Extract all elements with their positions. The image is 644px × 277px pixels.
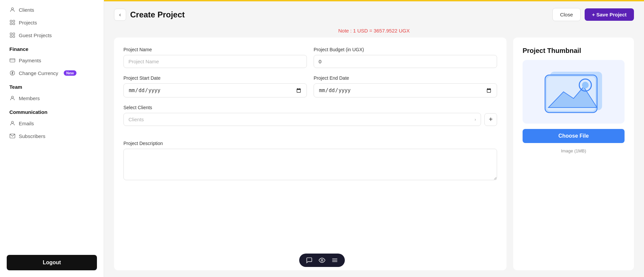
currency-note: Note : 1 USD = 3657.9522 UGX	[104, 28, 644, 38]
end-date-input[interactable]	[314, 83, 497, 97]
thumbnail-card: Project Thumbnail	[513, 38, 634, 270]
header-actions: Close + Save Project	[552, 8, 634, 21]
end-date-group: Project End Date	[314, 75, 497, 97]
svg-rect-6	[13, 33, 15, 34]
sidebar-item-label: Clients	[19, 7, 34, 13]
sidebar-item-projects[interactable]: Projects	[0, 16, 104, 29]
project-name-label: Project Name	[123, 47, 307, 52]
svg-point-13	[11, 121, 13, 123]
start-date-input[interactable]	[123, 83, 307, 97]
svg-point-21	[582, 82, 589, 88]
grid-icon	[9, 19, 15, 25]
dates-row: Project Start Date Project End Date	[123, 75, 497, 97]
sidebar: Clients Projects Guest Projects Finance …	[0, 0, 104, 277]
project-budget-input[interactable]	[314, 55, 497, 68]
sidebar-nav: Clients Projects Guest Projects Finance …	[0, 0, 104, 250]
sidebar-item-label: Members	[19, 95, 40, 101]
person-icon	[9, 120, 15, 126]
add-client-button[interactable]: +	[484, 113, 497, 126]
svg-rect-2	[13, 20, 15, 22]
clients-placeholder: Clients	[128, 117, 144, 122]
clients-select[interactable]: Clients ›	[123, 113, 481, 126]
end-date-label: Project End Date	[314, 75, 497, 81]
start-date-label: Project Start Date	[123, 75, 307, 81]
thumbnail-image-area	[523, 60, 625, 124]
header-left: ‹ Create Project	[114, 9, 185, 21]
toolbar-menu-button[interactable]	[331, 257, 338, 264]
choose-file-button[interactable]: Choose File	[523, 129, 625, 143]
new-badge: New	[64, 70, 77, 76]
finance-section-label: Finance	[0, 42, 104, 54]
dollar-icon	[9, 70, 15, 76]
svg-rect-1	[10, 20, 12, 22]
main-content: ‹ Create Project Close + Save Project No…	[104, 0, 644, 277]
sidebar-item-members[interactable]: Members	[0, 92, 104, 105]
create-header: ‹ Create Project Close + Save Project	[104, 1, 644, 28]
comment-icon	[306, 257, 313, 264]
description-group: Project Description	[123, 141, 497, 180]
sidebar-item-label: Change Currency	[19, 70, 58, 76]
team-section-label: Team	[0, 79, 104, 92]
page-title: Create Project	[130, 10, 185, 19]
project-name-group: Project Name	[123, 47, 307, 68]
svg-point-23	[321, 260, 323, 261]
project-name-input[interactable]	[123, 55, 307, 68]
svg-point-12	[11, 96, 13, 98]
sidebar-item-label: Guest Projects	[19, 32, 52, 38]
start-date-group: Project Start Date	[123, 75, 307, 97]
person-icon	[9, 7, 15, 13]
sidebar-footer: Logout	[0, 250, 104, 270]
mail-icon	[9, 133, 15, 139]
close-button[interactable]: Close	[552, 8, 581, 21]
sidebar-item-guest-projects[interactable]: Guest Projects	[0, 29, 104, 42]
clients-label: Select Clients	[123, 105, 497, 110]
thumbnail-title: Project Thumbnail	[523, 47, 581, 55]
main-inner: ‹ Create Project Close + Save Project No…	[104, 1, 644, 277]
project-budget-group: Project Budget (in UGX)	[314, 47, 497, 68]
sidebar-item-label: Projects	[19, 20, 37, 25]
clients-group: Select Clients Clients › +	[123, 105, 497, 133]
sidebar-item-label: Payments	[19, 58, 41, 63]
sidebar-item-clients[interactable]: Clients	[0, 3, 104, 16]
sidebar-item-label: Emails	[19, 121, 34, 126]
floating-toolbar	[299, 254, 345, 267]
toolbar-comment-button[interactable]	[306, 257, 313, 264]
sidebar-item-subscribers[interactable]: Subscribers	[0, 130, 104, 142]
card-icon	[9, 57, 15, 63]
svg-rect-9	[10, 59, 15, 62]
back-button[interactable]: ‹	[114, 9, 126, 21]
image-hint: Image (1MB)	[561, 148, 586, 153]
svg-point-0	[11, 8, 13, 10]
communication-section-label: Communication	[0, 105, 104, 117]
grid-icon	[9, 32, 15, 38]
form-card: Project Name Project Budget (in UGX) Pro…	[114, 38, 506, 270]
name-budget-row: Project Name Project Budget (in UGX)	[123, 47, 497, 68]
svg-rect-5	[10, 33, 12, 34]
description-textarea[interactable]	[123, 149, 497, 180]
eye-icon	[319, 257, 325, 264]
sidebar-item-label: Subscribers	[19, 133, 45, 139]
save-project-button[interactable]: + Save Project	[585, 8, 634, 21]
svg-rect-7	[10, 36, 12, 38]
logout-button[interactable]: Logout	[7, 255, 97, 270]
svg-rect-3	[10, 23, 12, 25]
form-thumbnail-area: Project Name Project Budget (in UGX) Pro…	[104, 38, 644, 277]
toolbar-preview-button[interactable]	[319, 257, 325, 264]
sidebar-item-emails[interactable]: Emails	[0, 117, 104, 130]
thumbnail-placeholder-image	[540, 67, 607, 117]
svg-rect-8	[13, 36, 15, 38]
sidebar-item-change-currency[interactable]: Change Currency New	[0, 67, 104, 79]
menu-icon	[331, 257, 338, 264]
clients-row: Clients › +	[123, 113, 497, 126]
description-label: Project Description	[123, 141, 497, 146]
project-budget-label: Project Budget (in UGX)	[314, 47, 497, 52]
svg-rect-4	[13, 23, 15, 25]
sidebar-item-payments[interactable]: Payments	[0, 54, 104, 67]
person-icon	[9, 95, 15, 101]
chevron-right-icon: ›	[475, 117, 476, 122]
